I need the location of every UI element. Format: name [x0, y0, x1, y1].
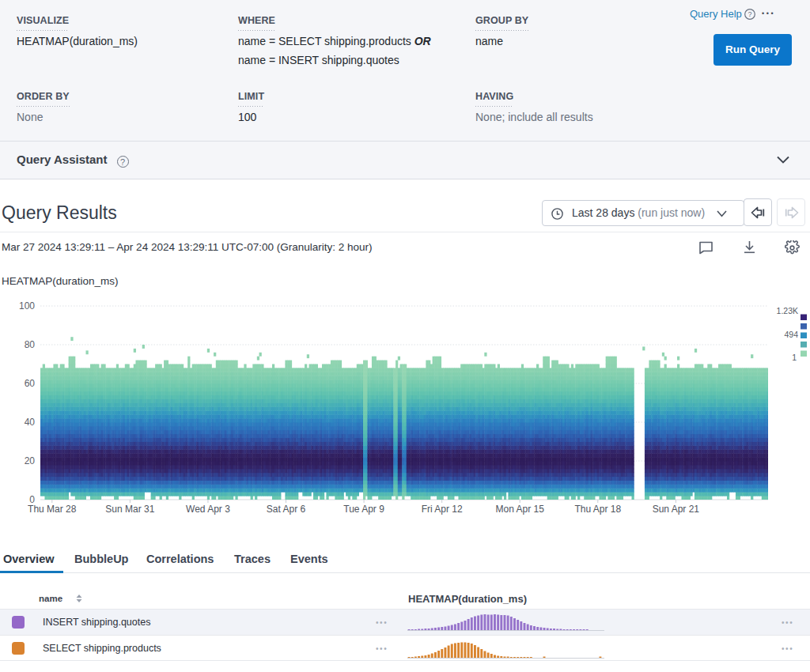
svg-text:Sun Mar 31: Sun Mar 31: [105, 504, 154, 515]
svg-text:494: 494: [784, 330, 798, 339]
svg-text:Wed Apr 3: Wed Apr 3: [186, 504, 230, 515]
svg-text:Sun Apr 21: Sun Apr 21: [653, 504, 700, 515]
svg-text:Thu Apr 18: Thu Apr 18: [574, 504, 621, 515]
svg-text:1: 1: [792, 353, 797, 362]
svg-text:1.23K: 1.23K: [777, 306, 798, 315]
svg-text:Thu Mar 28: Thu Mar 28: [28, 504, 77, 515]
svg-text:20: 20: [25, 455, 36, 466]
svg-text:Fri Apr 12: Fri Apr 12: [422, 504, 463, 515]
svg-text:?: ?: [748, 10, 751, 18]
svg-text:80: 80: [25, 339, 36, 350]
svg-text:Tue Apr 9: Tue Apr 9: [343, 504, 384, 515]
svg-text:100: 100: [19, 300, 35, 311]
svg-text:Sat Apr 6: Sat Apr 6: [267, 504, 306, 515]
svg-text:Mon Apr 15: Mon Apr 15: [496, 504, 545, 515]
svg-text:40: 40: [25, 417, 36, 428]
svg-text:60: 60: [25, 378, 36, 389]
